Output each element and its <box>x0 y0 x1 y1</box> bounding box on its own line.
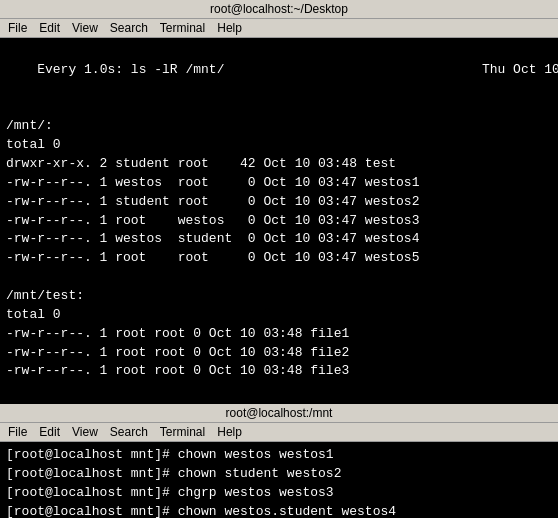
top-title-bar: root@localhost:~/Desktop <box>0 0 558 19</box>
bottom-title-text: root@localhost:/mnt <box>226 406 333 420</box>
top-menu-view[interactable]: View <box>72 21 98 35</box>
top-terminal-window: root@localhost:~/Desktop File Edit View … <box>0 0 558 404</box>
top-menu-edit[interactable]: Edit <box>39 21 60 35</box>
bottom-terminal-window: root@localhost:/mnt File Edit View Searc… <box>0 404 558 518</box>
bottom-menu-terminal[interactable]: Terminal <box>160 425 205 439</box>
bottom-menu-help[interactable]: Help <box>217 425 242 439</box>
top-menu-search[interactable]: Search <box>110 21 148 35</box>
top-terminal-content: Every 1.0s: ls -lR /mnt/ Thu Oct 10 03 /… <box>0 38 558 404</box>
top-menu-bar: File Edit View Search Terminal Help <box>0 19 558 38</box>
top-menu-help[interactable]: Help <box>217 21 242 35</box>
top-file-listing: /mnt/: total 0 drwxr-xr-x. 2 student roo… <box>6 118 419 378</box>
bottom-title-bar: root@localhost:/mnt <box>0 404 558 423</box>
bottom-menu-file[interactable]: File <box>8 425 27 439</box>
bottom-terminal-content: [root@localhost mnt]# chown westos westo… <box>0 442 558 518</box>
top-menu-file[interactable]: File <box>8 21 27 35</box>
bottom-menu-edit[interactable]: Edit <box>39 425 60 439</box>
top-menu-terminal[interactable]: Terminal <box>160 21 205 35</box>
bottom-menu-search[interactable]: Search <box>110 425 148 439</box>
top-watch-line: Every 1.0s: ls -lR /mnt/ Thu Oct 10 03 <box>37 62 558 77</box>
bottom-menu-bar: File Edit View Search Terminal Help <box>0 423 558 442</box>
top-title-text: root@localhost:~/Desktop <box>210 2 348 16</box>
bottom-menu-view[interactable]: View <box>72 425 98 439</box>
